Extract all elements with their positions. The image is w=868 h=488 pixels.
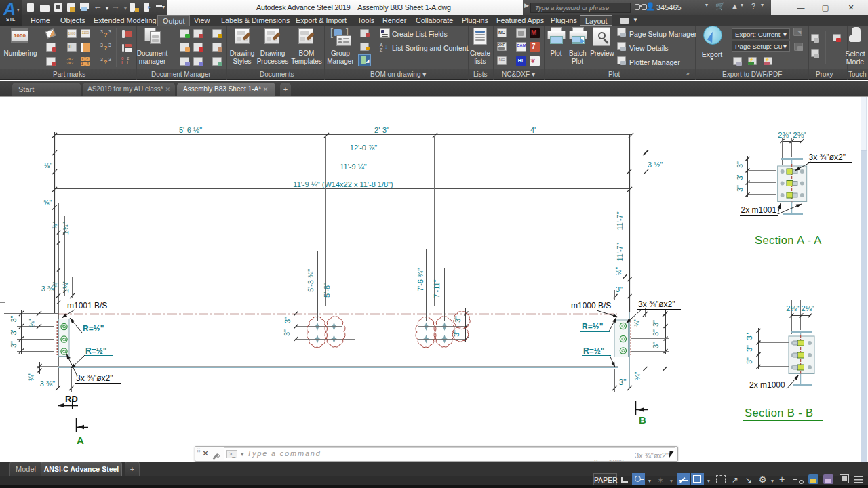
svg-text:3": 3" [745, 345, 753, 352]
svg-text:⅞": ⅞" [52, 222, 58, 229]
svg-text:3 ½": 3 ½" [648, 161, 663, 169]
svg-text:¾": ¾" [634, 371, 642, 380]
svg-text:11'-9 ¼" (W14x22 x 11'-8 1/8"): 11'-9 ¼" (W14x22 x 11'-8 1/8") [293, 180, 393, 188]
svg-text:12'-0 ⅞": 12'-0 ⅞" [350, 144, 377, 152]
svg-text:¾": ¾" [28, 373, 35, 381]
svg-text:2'-3": 2'-3" [374, 126, 389, 134]
svg-text:3x ¾"øx2": 3x ¾"øx2" [76, 373, 113, 383]
svg-text:3": 3" [736, 161, 744, 168]
svg-text:3": 3" [652, 342, 660, 348]
svg-text:3": 3" [736, 173, 744, 180]
svg-text:11'-7": 11'-7" [616, 211, 624, 230]
svg-text:B: B [639, 414, 646, 426]
svg-text:3x ¾"øx2": 3x ¾"øx2" [809, 152, 846, 162]
svg-text:R=½": R=½" [583, 346, 604, 356]
svg-text:3": 3" [9, 315, 18, 322]
svg-text:3 ⅜": 3 ⅜" [40, 380, 55, 388]
svg-text:⅝": ⅝" [43, 199, 52, 207]
svg-text:7'-6 ¾": 7'-6 ¾" [416, 268, 425, 291]
svg-text:Section A - A: Section A - A [755, 234, 822, 246]
svg-text:3": 3" [616, 285, 623, 293]
svg-text:3": 3" [652, 320, 660, 327]
svg-text:1¾": 1¾" [62, 222, 70, 235]
svg-text:A: A [77, 434, 84, 446]
svg-text:3": 3" [652, 329, 660, 336]
svg-text:3": 3" [736, 185, 744, 192]
svg-text:R=½": R=½" [83, 324, 104, 333]
svg-text:3x ¾"øx2": 3x ¾"øx2" [638, 300, 675, 309]
svg-text:3 ⅜": 3 ⅜" [41, 285, 56, 293]
svg-text:7'-11": 7'-11" [433, 279, 441, 298]
svg-text:3": 3" [745, 357, 753, 364]
svg-text:¾": ¾" [28, 319, 36, 327]
svg-text:3": 3" [619, 378, 627, 387]
svg-text:¾": ¾" [633, 319, 641, 327]
svg-text:3": 3" [283, 317, 292, 323]
svg-text:3": 3" [283, 329, 291, 336]
svg-text:⅛": ⅛" [44, 162, 52, 169]
svg-text:m1000 B/S: m1000 B/S [571, 301, 611, 310]
svg-text:3": 3" [454, 316, 462, 323]
svg-text:3": 3" [9, 341, 18, 348]
svg-text:5'-6 ½": 5'-6 ½" [179, 126, 202, 134]
svg-text:3": 3" [745, 333, 753, 340]
svg-text:R=½": R=½" [85, 346, 106, 356]
svg-text:RD: RD [65, 394, 78, 404]
svg-text:R=½": R=½" [582, 322, 603, 331]
svg-text:3": 3" [9, 328, 18, 335]
svg-text:5'-8": 5'-8" [323, 283, 331, 298]
svg-text:Section B - B: Section B - B [745, 407, 814, 419]
svg-text:2⅛" 2⅛": 2⅛" 2⅛" [786, 304, 814, 312]
svg-text:11'-9 ¼": 11'-9 ¼" [340, 163, 367, 171]
svg-text:2x m1001: 2x m1001 [741, 205, 777, 215]
svg-text:11'-7": 11'-7" [616, 243, 624, 261]
svg-text:4': 4' [530, 126, 536, 134]
svg-text:m1001 B/S: m1001 B/S [67, 301, 107, 310]
svg-text:5'-3 ¾": 5'-3 ¾" [307, 269, 315, 292]
svg-text:2x m1000: 2x m1000 [749, 380, 785, 390]
svg-text:½": ½" [615, 267, 623, 275]
